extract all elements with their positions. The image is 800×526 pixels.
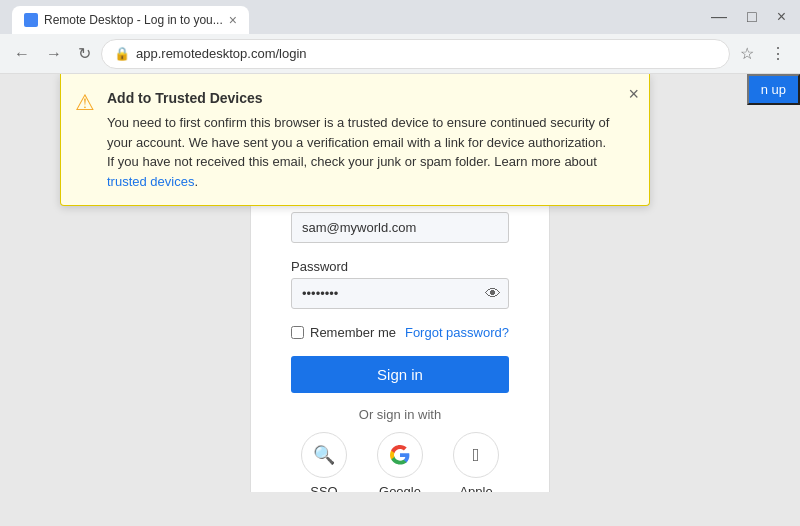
tab-bar: Remote Desktop - Log in to you... ×: [8, 0, 253, 34]
sso-item[interactable]: 🔍 SSO: [301, 432, 347, 492]
or-divider: Or sign in with: [291, 407, 509, 422]
maximize-button[interactable]: □: [741, 6, 763, 28]
banner-close-button[interactable]: ×: [628, 84, 639, 105]
page-content: ⚠ Add to Trusted Devices You need to fir…: [0, 74, 800, 492]
browser-tab[interactable]: Remote Desktop - Log in to you... ×: [12, 6, 249, 34]
password-field[interactable]: [291, 278, 509, 309]
social-icons-row: 🔍 SSO Google : [291, 432, 509, 492]
sso-button[interactable]: 🔍: [301, 432, 347, 478]
warning-icon: ⚠: [75, 90, 95, 191]
remember-checkbox[interactable]: [291, 326, 304, 339]
sso-icon: 🔍: [313, 444, 335, 466]
banner-body: Add to Trusted Devices You need to first…: [107, 88, 613, 191]
apple-label: Apple: [459, 484, 492, 492]
forgot-password-link[interactable]: Forgot password?: [405, 325, 509, 340]
tab-title: Remote Desktop - Log in to you...: [44, 13, 223, 27]
google-icon: [390, 445, 410, 465]
nav-bar: ← → ↻ 🔒 app.remotedesktop.com/login ☆ ⋮: [0, 34, 800, 74]
title-bar: Remote Desktop - Log in to you... × — □ …: [0, 0, 800, 34]
google-button[interactable]: [377, 432, 423, 478]
browser-chrome: Remote Desktop - Log in to you... × — □ …: [0, 0, 800, 74]
sso-label: SSO: [310, 484, 337, 492]
lock-icon: 🔒: [114, 46, 130, 61]
password-group: Password 👁: [291, 259, 509, 309]
extensions-button[interactable]: ⋮: [764, 40, 792, 67]
apple-item[interactable]:  Apple: [453, 432, 499, 492]
email-field[interactable]: [291, 212, 509, 243]
banner-title: Add to Trusted Devices: [107, 88, 613, 109]
refresh-button[interactable]: ↻: [72, 40, 97, 67]
remember-text: Remember me: [310, 325, 396, 340]
notification-banner: ⚠ Add to Trusted Devices You need to fir…: [60, 74, 650, 206]
trusted-devices-link[interactable]: trusted devices: [107, 174, 194, 189]
bookmark-button[interactable]: ☆: [734, 40, 760, 67]
remember-label[interactable]: Remember me: [291, 325, 396, 340]
banner-body-text: You need to first confirm this browser i…: [107, 115, 609, 169]
remember-forgot-row: Remember me Forgot password?: [291, 325, 509, 340]
apple-icon: : [473, 445, 480, 466]
forward-button[interactable]: →: [40, 41, 68, 67]
google-label: Google: [379, 484, 421, 492]
tab-favicon: [24, 13, 38, 27]
minimize-button[interactable]: —: [705, 6, 733, 28]
tab-close-btn[interactable]: ×: [229, 12, 237, 28]
back-button[interactable]: ←: [8, 41, 36, 67]
top-right-nav: n up: [747, 74, 800, 105]
apple-button[interactable]: : [453, 432, 499, 478]
signin-button[interactable]: Sign in: [291, 356, 509, 393]
signup-button[interactable]: n up: [747, 74, 800, 105]
window-controls: — □ ×: [705, 6, 792, 28]
toggle-password-icon[interactable]: 👁: [485, 285, 501, 303]
google-item[interactable]: Google: [377, 432, 423, 492]
address-bar[interactable]: 🔒 app.remotedesktop.com/login: [101, 39, 730, 69]
browser-menu-icons: ⋮: [764, 40, 792, 67]
password-wrapper: 👁: [291, 278, 509, 309]
banner-suffix: .: [194, 174, 198, 189]
password-label: Password: [291, 259, 509, 274]
close-button[interactable]: ×: [771, 6, 792, 28]
url-text: app.remotedesktop.com/login: [136, 46, 307, 61]
